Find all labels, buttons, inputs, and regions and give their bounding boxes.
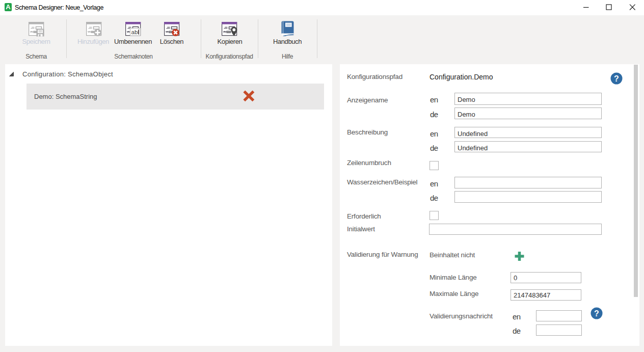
svg-text:?: ? bbox=[594, 309, 599, 318]
svg-text:?: ? bbox=[614, 74, 619, 83]
svg-text:abl: abl bbox=[131, 29, 139, 35]
